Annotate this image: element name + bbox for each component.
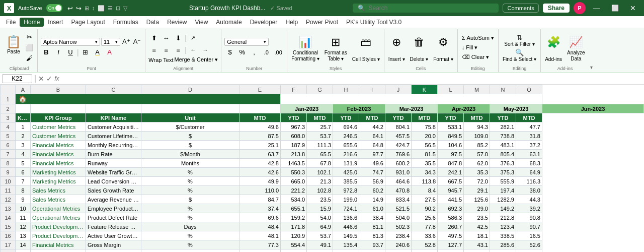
ribbon-expand[interactable]: ▾ bbox=[589, 29, 594, 72]
format-as-table-button[interactable]: ⊞ Format asTable ▾ bbox=[323, 33, 349, 63]
cell-val-2[interactable]: 67.8 bbox=[307, 159, 333, 168]
row-header-5[interactable]: 5 bbox=[1, 132, 16, 141]
cell-val-7[interactable]: 127.7 bbox=[438, 240, 464, 249]
delete-button[interactable]: 🗑 Delete ▾ bbox=[408, 33, 431, 63]
cell-val-5[interactable]: 240.6 bbox=[385, 240, 412, 249]
cell-num[interactable]: 1 bbox=[16, 122, 31, 132]
row-header-4[interactable]: 4 bbox=[1, 122, 16, 132]
minimize-button[interactable]: — bbox=[590, 1, 604, 15]
cell-val-2[interactable]: 64.9 bbox=[307, 222, 333, 231]
cell-num[interactable]: 15 bbox=[16, 249, 31, 253]
cell-unit[interactable]: % bbox=[141, 231, 239, 240]
cell-val-7[interactable]: 97.5 bbox=[438, 150, 464, 159]
cell-unit[interactable]: $/Month bbox=[141, 150, 239, 159]
cell-val-5[interactable]: 504.0 bbox=[385, 213, 412, 222]
col-header-o[interactable]: O bbox=[516, 85, 542, 94]
merge-center-button[interactable]: Merge & Center ▾ bbox=[174, 56, 218, 63]
cell-val-3[interactable]: 724.1 bbox=[333, 204, 359, 213]
cell-name[interactable]: Monthly Recurring Revenue (MRR) bbox=[86, 141, 141, 150]
cell-group[interactable]: Operational Metrics bbox=[31, 204, 86, 213]
toolbar-btn-6[interactable]: ☰ bbox=[107, 5, 114, 12]
cell-val-4[interactable]: 64.1 bbox=[359, 132, 385, 141]
menu-review[interactable]: Review bbox=[163, 18, 191, 27]
cell-name[interactable]: Burn Rate bbox=[86, 150, 141, 159]
cell-group[interactable]: Product Development bbox=[31, 231, 86, 240]
increase-font-size-button[interactable]: A⁺ bbox=[121, 38, 131, 45]
cell-val-1[interactable]: 221.2 bbox=[281, 186, 307, 195]
row-header-1[interactable]: 1 bbox=[1, 94, 16, 104]
cell-val-2[interactable]: 15.9 bbox=[307, 204, 333, 213]
menu-formulas[interactable]: Formulas bbox=[109, 18, 142, 27]
col-header-j[interactable]: J bbox=[385, 85, 412, 94]
cell-val-8[interactable]: 62.0 bbox=[464, 159, 490, 168]
cell-num[interactable]: 2 bbox=[16, 132, 31, 141]
cell-val-9[interactable]: 282.1 bbox=[490, 122, 516, 132]
cell-val-8[interactable]: 109.0 bbox=[464, 132, 490, 141]
orientation-button[interactable]: ↗ bbox=[188, 32, 199, 43]
cell-val-9[interactable]: 1282.9 bbox=[490, 195, 516, 204]
cell-val-8[interactable]: 60.2 bbox=[464, 249, 490, 253]
cell-unit[interactable]: % bbox=[141, 186, 239, 195]
cancel-formula-button[interactable]: ✕ bbox=[38, 75, 44, 83]
cell-val-9[interactable]: 285.6 bbox=[490, 240, 516, 249]
cell-val-6[interactable]: 34.3 bbox=[412, 168, 438, 177]
redo-button[interactable]: ↪ bbox=[75, 5, 83, 12]
col-header-n[interactable]: N bbox=[490, 85, 516, 94]
decrease-indent-button[interactable]: ← bbox=[188, 44, 199, 55]
cell-val-4[interactable]: 61.0 bbox=[359, 204, 385, 213]
col-header-h[interactable]: H bbox=[333, 85, 359, 94]
cell-val-3[interactable]: 246.5 bbox=[333, 132, 359, 141]
cell-unit[interactable]: $ bbox=[141, 132, 239, 141]
decrease-decimal-button[interactable]: .00 bbox=[273, 47, 284, 58]
cell-val-2[interactable]: 10.2 bbox=[307, 249, 333, 253]
cell-unit[interactable]: % bbox=[141, 177, 239, 186]
col-header-f[interactable]: F bbox=[281, 85, 307, 94]
cell-val-2[interactable]: 54.0 bbox=[307, 213, 333, 222]
cell-val-3[interactable]: 425.0 bbox=[333, 168, 359, 177]
cell-styles-button[interactable]: 🗃 Cell Styles ▾ bbox=[350, 33, 382, 63]
cell-val-7[interactable]: 692.3 bbox=[438, 204, 464, 213]
comma-button[interactable]: , bbox=[249, 47, 260, 58]
menu-page-layout[interactable]: Page Layout bbox=[67, 18, 109, 27]
cell-val-4[interactable]: 97.7 bbox=[359, 150, 385, 159]
confirm-formula-button[interactable]: ✓ bbox=[46, 75, 52, 83]
cell-val-5[interactable]: 502.3 bbox=[385, 222, 412, 231]
cell-val-2[interactable]: 53.7 bbox=[307, 132, 333, 141]
sort-filter-button[interactable]: ⇅ Sort & Filter ▾ bbox=[501, 33, 538, 47]
cell-val-0[interactable]: 49.6 bbox=[239, 122, 281, 132]
cell-val-10[interactable]: 31.8 bbox=[516, 132, 542, 141]
fill-button[interactable]: ↓ Fill ▾ bbox=[460, 43, 496, 52]
menu-power-pivot[interactable]: Power Pivot bbox=[302, 18, 342, 27]
cell-val-7[interactable]: 630.4 bbox=[438, 249, 464, 253]
cell-num[interactable]: 6 bbox=[16, 168, 31, 177]
cell-val-8[interactable]: 85.2 bbox=[464, 141, 490, 150]
share-button[interactable]: Share bbox=[543, 4, 570, 13]
cell-val-8[interactable]: 35.3 bbox=[464, 168, 490, 177]
cell-num[interactable]: 12 bbox=[16, 222, 31, 231]
menu-insert[interactable]: Insert bbox=[44, 18, 67, 27]
row-header-3[interactable]: 3 bbox=[1, 113, 16, 122]
cell-val-6[interactable]: 113.8 bbox=[412, 177, 438, 186]
cell-val-5[interactable]: 804.1 bbox=[385, 122, 412, 132]
cell-val-0[interactable]: 69.6 bbox=[239, 213, 281, 222]
cell-val-7[interactable]: 260.7 bbox=[438, 222, 464, 231]
menu-automate[interactable]: Automate bbox=[212, 18, 246, 27]
cell-val-5[interactable]: 931.0 bbox=[385, 168, 412, 177]
cell-val-3[interactable]: 135.4 bbox=[333, 240, 359, 249]
cell-unit[interactable]: Score (-100 to 100) bbox=[141, 249, 239, 253]
cell-name[interactable]: Lead Conversion Rate bbox=[86, 177, 141, 186]
row-header-8[interactable]: 8 bbox=[1, 159, 16, 168]
cell-name[interactable]: Net Promoter Score (NPS) bbox=[86, 249, 141, 253]
cell-group[interactable]: Customer Metrics bbox=[31, 132, 86, 141]
clear-button[interactable]: ⌫ Clear ▾ bbox=[460, 53, 496, 61]
formula-input[interactable] bbox=[61, 75, 642, 83]
cell-group[interactable]: Marketing Metrics bbox=[31, 177, 86, 186]
undo-button[interactable]: ↩ bbox=[66, 5, 74, 12]
cell-name[interactable]: Sales Growth Rate bbox=[86, 186, 141, 195]
cell-val-9[interactable]: 738.8 bbox=[490, 132, 516, 141]
currency-button[interactable]: $ bbox=[224, 47, 235, 58]
toolbar-btn-5[interactable]: ⬜ bbox=[97, 5, 106, 12]
cell-val-0[interactable]: 42.6 bbox=[239, 168, 281, 177]
toolbar-btn-7[interactable]: ⊡ bbox=[115, 5, 121, 12]
cell-val-10[interactable]: 16.5 bbox=[516, 231, 542, 240]
